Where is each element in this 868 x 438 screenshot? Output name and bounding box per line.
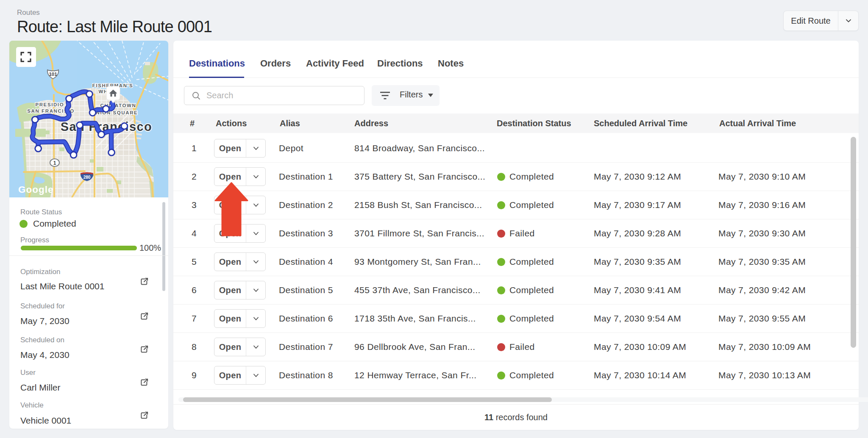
svg-text:PRESIDIO O: PRESIDIO O — [35, 102, 70, 107]
svg-text:1: 1 — [53, 160, 56, 166]
svg-text:Google: Google — [18, 184, 54, 195]
svg-text:280: 280 — [83, 175, 91, 180]
svg-text:101: 101 — [49, 72, 57, 77]
